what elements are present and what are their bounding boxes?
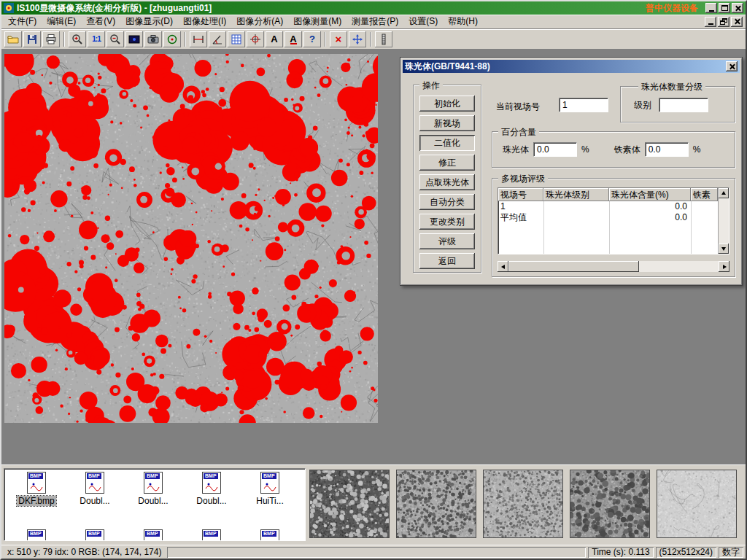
rate-button[interactable]: 评级 bbox=[419, 233, 475, 249]
dialog-titlebar[interactable]: 珠光体(GB/T9441-88) bbox=[403, 60, 740, 73]
capture-button[interactable] bbox=[125, 31, 143, 47]
menu-image-process[interactable]: 图像处理(I) bbox=[178, 14, 231, 29]
column-ferrite[interactable]: 铁素 bbox=[691, 188, 718, 201]
status-image-size: (512x512x24) bbox=[656, 547, 716, 558]
menu-settings[interactable]: 设置(S) bbox=[403, 14, 443, 29]
file-label[interactable]: HuiTi... bbox=[255, 496, 285, 506]
capture-frame-icon bbox=[128, 34, 140, 45]
micrograph-image[interactable] bbox=[4, 54, 378, 423]
bmp-tag: BMP bbox=[204, 473, 218, 479]
ferrite-percent-input[interactable]: 0.0 bbox=[645, 142, 689, 157]
file-label[interactable]: DKF.bmp bbox=[17, 496, 55, 506]
pick-pearlite-button[interactable]: 点取珠光体 bbox=[419, 174, 475, 190]
delete-button[interactable]: × bbox=[330, 31, 347, 47]
mdi-close-button[interactable] bbox=[731, 17, 743, 27]
file-item-8[interactable]: BMP bbox=[182, 529, 241, 541]
video-camera-icon bbox=[147, 34, 159, 45]
multi-field-group: 多视场评级 视场号 珠光体级别 珠光体含量(%) 铁素 1 0.0 bbox=[492, 178, 735, 277]
print-button[interactable] bbox=[42, 31, 60, 47]
file-item-0[interactable]: BMP DKF.bmp bbox=[7, 472, 66, 506]
grid-button[interactable] bbox=[228, 31, 245, 47]
measure-width-button[interactable] bbox=[190, 31, 207, 47]
level-input[interactable] bbox=[659, 98, 708, 112]
bmp-art bbox=[29, 481, 44, 491]
actual-size-button[interactable]: 1:1 bbox=[88, 31, 105, 47]
bmp-tag: BMP bbox=[87, 531, 101, 537]
scroll-left-button[interactable] bbox=[498, 261, 508, 272]
current-field-input[interactable]: 1 bbox=[559, 98, 608, 112]
close-button[interactable] bbox=[732, 3, 743, 13]
camera-button[interactable] bbox=[144, 31, 162, 47]
initialize-button[interactable]: 初始化 bbox=[419, 96, 475, 112]
file-item-1[interactable]: BMP Doubl... bbox=[66, 472, 124, 506]
file-item-3[interactable]: BMP Doubl... bbox=[182, 472, 241, 506]
text-a-icon: A bbox=[271, 34, 277, 44]
auto-classify-button[interactable]: 自动分类 bbox=[419, 194, 475, 210]
menu-image-display[interactable]: 图像显示(D) bbox=[120, 14, 178, 29]
column-field-number[interactable]: 视场号 bbox=[498, 188, 543, 201]
table-row[interactable]: 平均值 0.0 bbox=[498, 212, 718, 223]
thumbnail-4[interactable] bbox=[570, 470, 650, 538]
zoom-out-button[interactable] bbox=[107, 31, 124, 47]
thumbnail-1[interactable] bbox=[309, 470, 390, 538]
zoom-in-button[interactable] bbox=[69, 31, 86, 47]
scroll-thumb[interactable] bbox=[508, 261, 639, 272]
open-file-button[interactable] bbox=[4, 31, 22, 47]
new-field-button[interactable]: 新视场 bbox=[419, 115, 475, 131]
text-button[interactable]: A bbox=[266, 31, 283, 47]
mdi-minimize-button[interactable] bbox=[705, 17, 716, 27]
pan-button[interactable] bbox=[349, 31, 366, 47]
bmp-tag: BMP bbox=[262, 473, 276, 479]
file-item-6[interactable]: BMP bbox=[66, 529, 124, 541]
scroll-up-button[interactable] bbox=[719, 188, 729, 198]
file-label[interactable]: Doubl... bbox=[78, 496, 111, 506]
scroll-track[interactable] bbox=[508, 261, 719, 272]
table-row[interactable]: 1 0.0 bbox=[498, 201, 718, 212]
measure-angle-button[interactable] bbox=[209, 31, 226, 47]
thumbnail-3[interactable] bbox=[483, 470, 563, 538]
file-item-9[interactable]: BMP bbox=[241, 529, 299, 541]
thumbnail-2[interactable] bbox=[396, 470, 476, 538]
file-item-5[interactable]: BMP bbox=[7, 529, 66, 541]
help-button[interactable]: ? bbox=[303, 31, 321, 47]
save-button[interactable] bbox=[23, 31, 41, 47]
menu-help[interactable]: 帮助(H) bbox=[443, 14, 483, 29]
file-label[interactable]: Doubl... bbox=[195, 496, 228, 506]
maximize-button[interactable] bbox=[719, 3, 730, 13]
bmp-tag: BMP bbox=[28, 473, 43, 479]
menu-view[interactable]: 查看(V) bbox=[81, 14, 120, 29]
return-button[interactable]: 返回 bbox=[419, 253, 475, 269]
file-item-7[interactable]: BMP bbox=[124, 529, 182, 541]
arrow-down-icon bbox=[721, 247, 726, 253]
mdi-restore-button[interactable] bbox=[718, 17, 729, 27]
titlebar[interactable]: IS100显微摄像系统(金相分析版) - [zhuguangti01] 普中仪器… bbox=[1, 1, 746, 15]
scroll-down-button[interactable] bbox=[719, 244, 729, 254]
caliper-button[interactable] bbox=[375, 31, 392, 47]
file-item-4[interactable]: BMP HuiTi... bbox=[241, 472, 299, 506]
menu-image-measure[interactable]: 图像测量(M) bbox=[288, 14, 347, 29]
menu-image-analysis[interactable]: 图像分析(A) bbox=[231, 14, 288, 29]
binarize-button[interactable]: 二值化 bbox=[419, 135, 475, 151]
column-pearlite-content[interactable]: 珠光体含量(%) bbox=[609, 188, 691, 201]
pearlite-percent-input[interactable]: 0.0 bbox=[533, 142, 577, 157]
scroll-right-button[interactable] bbox=[719, 261, 729, 272]
dialog-close-button[interactable] bbox=[726, 61, 738, 71]
annotate-button[interactable]: A bbox=[285, 31, 302, 47]
minimize-button[interactable] bbox=[705, 3, 717, 13]
file-label[interactable]: Doubl... bbox=[136, 496, 169, 506]
status-position: x: 510 y: 79 idx: 0 RGB: (174, 174, 174) bbox=[4, 547, 165, 558]
operation-group: 操作 初始化 新视场 二值化 修正 点取珠光体 自动分类 更改类别 评级 返回 bbox=[413, 85, 481, 273]
correct-button[interactable]: 修正 bbox=[419, 155, 475, 171]
menu-edit[interactable]: 编辑(E) bbox=[42, 14, 81, 29]
file-item-2[interactable]: BMP Doubl... bbox=[124, 472, 182, 506]
change-class-button[interactable]: 更改类别 bbox=[419, 214, 475, 230]
target-button[interactable] bbox=[163, 31, 181, 47]
crosshair-button[interactable] bbox=[247, 31, 264, 47]
table-vertical-scrollbar[interactable] bbox=[718, 188, 729, 254]
table-horizontal-scrollbar[interactable] bbox=[498, 261, 729, 272]
thumbnail-5[interactable] bbox=[657, 470, 737, 538]
column-pearlite-grade[interactable]: 珠光体级别 bbox=[543, 188, 609, 201]
menu-report[interactable]: 测量报告(P) bbox=[347, 14, 403, 29]
scroll-track[interactable] bbox=[719, 198, 729, 244]
menu-file[interactable]: 文件(F) bbox=[3, 14, 42, 29]
